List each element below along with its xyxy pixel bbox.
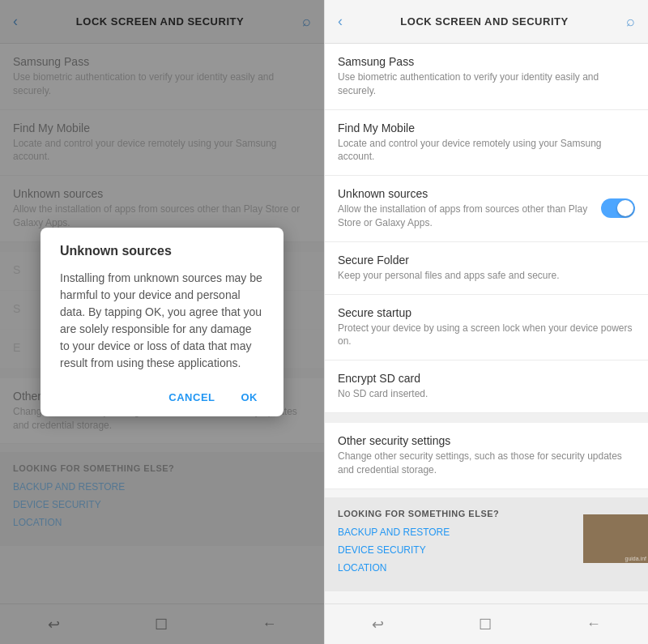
right-location-link[interactable]: LOCATION — [338, 562, 635, 574]
right-other-security-desc: Change other security settings, such as … — [338, 450, 635, 477]
right-other-security-title: Other security settings — [338, 434, 635, 447]
right-find-my-mobile-desc: Locate and control your device remotely … — [338, 137, 635, 164]
right-header: ‹ LOCK SCREEN AND SECURITY ⌕ — [325, 0, 648, 44]
right-encrypt-sd-title: Encrypt SD card — [338, 372, 635, 385]
right-samsung-pass-desc: Use biometric authentication to verify y… — [338, 70, 635, 98]
dialog-content: Installing from unknown sources may be h… — [60, 270, 264, 372]
right-unknown-sources-desc: Allow the installation of apps from sour… — [338, 203, 601, 230]
right-nav-back-icon[interactable]: ← — [586, 616, 601, 633]
unknown-sources-toggle[interactable] — [601, 198, 635, 218]
right-unknown-sources-row: Unknown sources Allow the installation o… — [338, 187, 635, 230]
right-encrypt-sd-desc: No SD card inserted. — [338, 387, 635, 401]
right-secure-startup-title: Secure startup — [338, 306, 635, 319]
right-secure-startup-item[interactable]: Secure startup Protect your device by us… — [325, 295, 648, 361]
right-find-my-mobile-title: Find My Mobile — [338, 122, 635, 134]
dialog-buttons: CANCEL OK — [60, 388, 264, 407]
right-unknown-sources-text: Unknown sources Allow the installation o… — [338, 187, 601, 230]
right-encrypt-sd-item[interactable]: Encrypt SD card No SD card inserted. — [325, 360, 648, 413]
right-unknown-sources-title: Unknown sources — [338, 187, 601, 200]
left-panel: ‹ LOCK SCREEN AND SECURITY ⌕ Samsung Pas… — [0, 0, 324, 644]
right-nav-home-icon[interactable]: ☐ — [479, 616, 492, 633]
watermark-text: guida.inf — [625, 556, 646, 561]
right-section-gap — [325, 413, 648, 423]
right-samsung-pass-item[interactable]: Samsung Pass Use biometric authenticatio… — [325, 44, 648, 110]
right-search-icon[interactable]: ⌕ — [626, 13, 635, 30]
unknown-sources-dialog: Unknown sources Installing from unknown … — [40, 228, 284, 416]
right-find-my-mobile-item[interactable]: Find My Mobile Locate and control your d… — [325, 110, 648, 177]
right-header-title: LOCK SCREEN AND SECURITY — [400, 15, 568, 28]
right-nav-recent-icon[interactable]: ↩ — [372, 616, 384, 633]
dialog-ok-button[interactable]: OK — [235, 388, 265, 407]
right-unknown-sources-item[interactable]: Unknown sources Allow the installation o… — [325, 176, 648, 242]
right-other-security-item[interactable]: Other security settings Change other sec… — [325, 423, 648, 489]
right-secure-folder-title: Secure Folder — [338, 254, 635, 267]
right-secure-startup-desc: Protect your device by using a screen lo… — [338, 322, 635, 349]
dialog-title: Unknown sources — [60, 244, 264, 258]
right-samsung-pass-title: Samsung Pass — [338, 55, 635, 68]
right-secure-folder-desc: Keep your personal files and apps safe a… — [338, 269, 635, 283]
dialog-overlay: Unknown sources Installing from unknown … — [0, 0, 324, 644]
right-panel: ‹ LOCK SCREEN AND SECURITY ⌕ Samsung Pas… — [324, 0, 648, 644]
right-back-icon[interactable]: ‹ — [338, 13, 343, 30]
right-content: Samsung Pass Use biometric authenticatio… — [325, 44, 648, 603]
dialog-cancel-button[interactable]: CANCEL — [162, 388, 221, 407]
watermark-thumbnail: guida.inf — [583, 514, 648, 563]
right-secure-folder-item[interactable]: Secure Folder Keep your personal files a… — [325, 242, 648, 295]
right-bottom-nav: ↩ ☐ ← — [325, 603, 648, 644]
